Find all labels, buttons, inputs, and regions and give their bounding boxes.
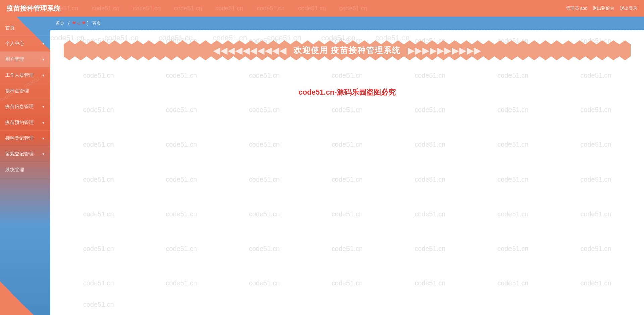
main-layout: code51.cn code51.cn 首页 个人中心 ▼ 用户管理 ▼ 工作人… (0, 17, 644, 315)
sidebar: code51.cn code51.cn 首页 个人中心 ▼ 用户管理 ▼ 工作人… (0, 17, 50, 315)
chevron-down-icon: ▼ (42, 58, 45, 61)
sidebar-item-users-label: 用户管理 (5, 56, 24, 62)
copyright-notice: code51.cn-源码乐园盗图必究 (50, 87, 644, 97)
heart-icon: ❤ ω ❤ (72, 20, 86, 26)
breadcrumb-bar: 首页 ( ❤ ω ❤ ) 首页 (50, 17, 644, 30)
sidebar-item-observation-reg[interactable]: 留观登记管理 ▼ (0, 146, 50, 162)
sidebar-item-vaccine-appt-label: 疫苗预约管理 (5, 120, 34, 126)
welcome-text: 欢迎使用 疫苗接种管理系统 (293, 45, 401, 56)
chevron-down-icon: ▼ (42, 42, 45, 46)
chevron-down-icon: ▼ (42, 105, 45, 109)
admin-label: 管理员 abo (566, 5, 587, 11)
sidebar-item-personal[interactable]: 个人中心 ▼ (0, 36, 50, 52)
sidebar-item-vaccine-appt[interactable]: 疫苗预约管理 ▼ (0, 115, 50, 131)
chevron-down-icon: ▼ (42, 152, 45, 156)
chevron-down-icon: ▼ (42, 74, 45, 77)
logout-link[interactable]: 退出登录 (620, 5, 637, 11)
sidebar-item-staff[interactable]: 工作人员管理 ▼ (0, 68, 50, 83)
sidebar-item-system[interactable]: 系统管理 (0, 162, 50, 178)
breadcrumb: 首页 ( ❤ ω ❤ ) 首页 (56, 20, 101, 26)
breadcrumb-current: 首页 (92, 20, 101, 26)
sidebar-item-home[interactable]: 首页 (0, 20, 50, 36)
sidebar-item-vaccine-info[interactable]: 疫苗信息管理 ▼ (0, 99, 50, 115)
goto-frontend-link[interactable]: 退出到前台 (593, 5, 614, 11)
sidebar-item-system-label: 系统管理 (5, 167, 24, 173)
sidebar-item-vaccination-site-label: 接种点管理 (5, 88, 29, 94)
header: 疫苗接种管理系统 管理员 abo 退出到前台 退出登录 code51.cn co… (0, 0, 644, 17)
sidebar-item-inoculation-reg-label: 接种登记管理 (5, 135, 34, 141)
sidebar-bottom-corner (0, 281, 34, 315)
sidebar-item-vaccine-info-label: 疫苗信息管理 (5, 104, 34, 110)
main-watermark: code51.cn code51.cn code51.cn code51.cn … (50, 17, 644, 315)
sidebar-nav: 首页 个人中心 ▼ 用户管理 ▼ 工作人员管理 ▼ 接种点管理 疫苗信息管理 ▼ (0, 17, 50, 178)
main-content: code51.cn code51.cn code51.cn code51.cn … (50, 17, 644, 315)
sidebar-item-users[interactable]: 用户管理 ▼ (0, 52, 50, 68)
sidebar-item-personal-label: 个人中心 (5, 41, 24, 47)
sidebar-item-inoculation-reg[interactable]: 接种登记管理 ▼ (0, 131, 50, 146)
chevron-down-icon: ▼ (42, 137, 45, 140)
chevron-down-icon: ▼ (42, 121, 45, 125)
header-actions: 管理员 abo 退出到前台 退出登录 (566, 5, 637, 11)
sidebar-item-vaccination-site[interactable]: 接种点管理 (0, 83, 50, 99)
welcome-banner: ◀◀◀◀◀◀◀◀◀◀ 欢迎使用 疫苗接种管理系统 ▶▶▶▶▶▶▶▶▶▶ (64, 40, 631, 60)
breadcrumb-home: 首页 (56, 20, 64, 26)
sidebar-item-staff-label: 工作人员管理 (5, 72, 34, 78)
app-title: 疫苗接种管理系统 (7, 4, 60, 13)
sidebar-item-observation-reg-label: 留观登记管理 (5, 151, 34, 157)
sidebar-item-home-label: 首页 (5, 25, 15, 31)
